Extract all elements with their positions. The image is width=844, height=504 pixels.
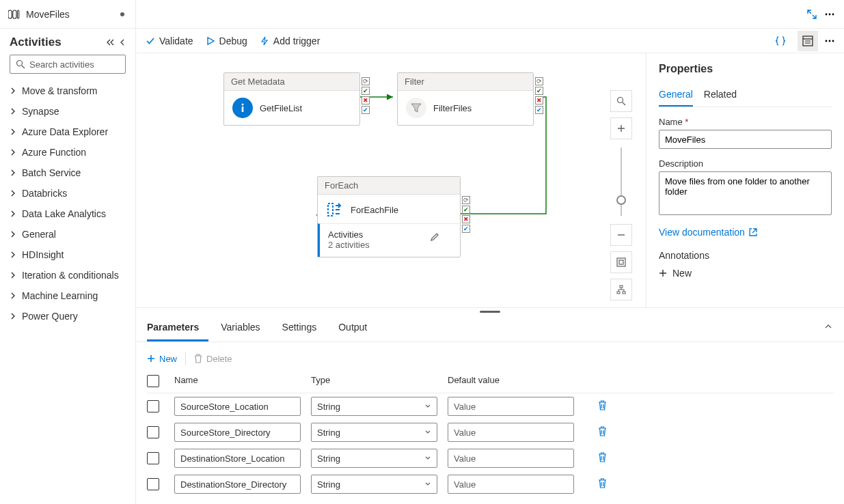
tab-general[interactable]: General [659,85,693,107]
collapse-double-icon[interactable] [105,38,115,47]
name-input[interactable] [659,130,832,149]
port-success[interactable]: ✔ [462,206,470,214]
delete-row-button[interactable] [598,478,625,490]
zoom-out-button[interactable] [610,224,632,246]
category-item[interactable]: General [0,224,135,244]
tab-variables[interactable]: Variables [221,315,269,341]
chevron-down-icon [424,429,431,436]
properties-icon [802,36,813,46]
param-name-input[interactable]: DestinationStore_Directory [174,475,301,494]
node-filter[interactable]: Filter FilterFiles ⟳ ✔ ✖ ✔ [397,72,534,126]
svg-line-19 [623,102,625,105]
delete-parameter-button[interactable]: Delete [194,354,232,364]
param-value-input[interactable]: Value [448,449,574,468]
properties-toggle-button[interactable] [798,31,818,51]
param-value-input[interactable]: Value [448,475,574,494]
chevron-right-icon [10,87,16,94]
category-item[interactable]: Azure Data Explorer [0,122,135,142]
validate-button[interactable]: Validate [146,36,193,46]
category-item[interactable]: HDInsight [0,244,135,265]
expand-icon[interactable] [807,10,817,19]
tab-output[interactable]: Output [338,315,377,341]
svg-line-4 [22,66,25,68]
category-item[interactable]: Batch Service [0,163,135,183]
category-item[interactable]: Machine Learning [0,285,135,306]
param-type-select[interactable]: String [311,397,437,416]
parameter-row: SourceStore_LocationStringValue [147,393,833,419]
panel-collapse-icon[interactable] [823,322,833,331]
zoom-fit-button[interactable] [610,251,632,273]
svg-rect-24 [623,292,625,294]
tab-settings[interactable]: Settings [282,315,327,341]
port-success[interactable]: ✔ [362,87,370,95]
param-type-select[interactable]: String [311,449,437,468]
collapse-single-icon[interactable] [119,38,126,47]
port-fail[interactable]: ✖ [362,96,370,104]
port-complete[interactable]: ✔ [362,106,370,114]
delete-row-button[interactable] [598,426,625,438]
node-foreach[interactable]: ForEach ForEachFile Activities 2 activit… [317,176,461,257]
category-item[interactable]: Iteration & conditionals [0,265,135,285]
pipeline-canvas[interactable]: Get Metadata GetFileList ⟳ ✔ ✖ ✔ [136,53,646,307]
svg-point-7 [832,13,834,15]
param-type-select[interactable]: String [311,423,437,442]
new-parameter-button[interactable]: New [147,354,177,364]
param-value-input[interactable]: Value [448,397,574,416]
debug-button[interactable]: Debug [206,36,247,46]
foreach-activities[interactable]: Activities 2 activities [318,223,460,257]
pipeline-tab[interactable]: MoveFiles [0,0,135,29]
zoom-slider[interactable] [621,148,622,216]
trash-icon [598,400,607,410]
param-value-input[interactable]: Value [448,423,574,442]
param-name-input[interactable]: SourceStore_Directory [174,423,301,442]
activities-sidebar: MoveFiles Activities Search activities M… [0,0,136,504]
node-get-metadata[interactable]: Get Metadata GetFileList ⟳ ✔ ✖ ✔ [223,72,360,126]
param-name-input[interactable]: DestinationStore_Location [174,449,301,468]
select-all-checkbox[interactable] [147,375,159,387]
new-annotation-button[interactable]: New [659,268,832,279]
chevron-down-icon [424,481,431,488]
port-success[interactable]: ✔ [535,87,543,95]
row-checkbox[interactable] [147,400,159,412]
tab-related[interactable]: Related [704,85,737,107]
svg-rect-16 [242,107,244,112]
row-checkbox[interactable] [147,452,159,464]
add-trigger-button[interactable]: Add trigger [260,36,320,46]
category-item[interactable]: Databricks [0,183,135,204]
svg-rect-2 [18,10,19,18]
pencil-icon[interactable] [430,232,439,242]
param-name-input[interactable]: SourceStore_Location [174,397,301,416]
port-skip[interactable]: ⟳ [362,77,370,85]
description-input[interactable] [659,171,832,215]
tab-parameters[interactable]: Parameters [147,315,208,341]
port-skip[interactable]: ⟳ [535,77,543,85]
category-item[interactable]: Synapse [0,101,135,122]
lightning-icon [260,36,269,46]
code-view-button[interactable] [770,31,791,51]
view-documentation-link[interactable]: View documentation [659,227,832,238]
port-fail[interactable]: ✖ [462,215,470,223]
category-item[interactable]: Azure Function [0,142,135,163]
delete-row-button[interactable] [598,452,625,464]
more-icon[interactable] [825,13,834,16]
layout-button[interactable] [610,279,632,300]
port-fail[interactable]: ✖ [535,96,543,104]
zoom-in-button[interactable] [610,117,632,139]
row-checkbox[interactable] [147,426,159,438]
zoom-search-button[interactable] [610,90,632,112]
port-complete[interactable]: ✔ [535,106,543,114]
search-activities-input[interactable]: Search activities [10,55,126,74]
param-type-select[interactable]: String [311,475,437,494]
activities-heading: Activities [10,36,62,49]
port-skip[interactable]: ⟳ [462,196,470,204]
panel-drag-handle[interactable] [136,308,844,315]
row-checkbox[interactable] [147,478,159,490]
category-item[interactable]: Move & transform [0,81,135,101]
category-item[interactable]: Power Query [0,306,135,326]
svg-point-13 [829,40,831,42]
delete-row-button[interactable] [598,400,625,412]
category-item[interactable]: Data Lake Analytics [0,204,135,224]
toolbar-more-icon[interactable] [825,40,834,42]
port-complete[interactable]: ✔ [462,225,470,233]
info-icon [232,98,253,118]
